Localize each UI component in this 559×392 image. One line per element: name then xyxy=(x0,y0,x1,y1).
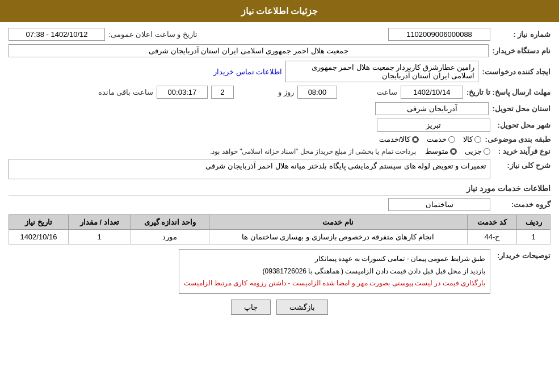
creator-row: ایجاد کننده درخواست: رامین عطارشرق کاربر… xyxy=(9,61,550,82)
col-header-1: کد خدمت xyxy=(467,215,517,230)
buyer-desc-field: طبق شرایط عمومی پیمان - تمامی کسورات به … xyxy=(179,249,490,294)
radio-motavasset-item: متوسط xyxy=(425,147,457,155)
days-label: روز و xyxy=(237,88,294,96)
page-wrapper: جزئیات اطلاعات نیاز شماره نیاز : 1102009… xyxy=(0,0,559,392)
remaining-time-field: 00:03:17 xyxy=(157,86,208,99)
table-cell-3: مورد xyxy=(131,230,209,245)
services-table: ردیف کد خدمت نام خدمت واحد اندازه گیری ت… xyxy=(9,214,550,245)
table-cell-0: 1 xyxy=(517,230,550,245)
table-header-row: ردیف کد خدمت نام خدمت واحد اندازه گیری ت… xyxy=(9,215,550,230)
need-desc-label: شرح کلی نیاز: xyxy=(494,159,550,170)
col-header-4: تعداد / مقدار xyxy=(68,215,131,230)
buyer-desc-label: توصیحات خریدار: xyxy=(494,249,550,260)
service-group-row: گروه خدمت: ساختمان xyxy=(9,198,550,211)
purchase-note: پرداخت تمام یا بخشی از مبلغ خریداز محل "… xyxy=(210,147,416,155)
creator-link[interactable]: اطلاعات تماس خریدار xyxy=(213,68,282,76)
radio-kala-khedmat-circle xyxy=(412,136,419,143)
creator-label: ایجاد کننده درخواست: xyxy=(482,68,550,76)
radio-kala-circle xyxy=(474,136,481,143)
send-date-label: مهلت ارسال پاسخ: تا تاریخ: xyxy=(466,88,550,96)
category-label: طبقه بندی موضوعی: xyxy=(485,135,550,144)
buyer-desc-line2: بازدید از محل قبل قبل دادن قیمت دادن الز… xyxy=(184,265,485,278)
service-group-value: ساختمان xyxy=(426,200,453,209)
table-cell-5: 1402/10/16 xyxy=(9,230,69,245)
radio-motavasset-label: متوسط xyxy=(425,147,448,155)
creator-field: رامین عطارشرق کاربردار جمعیت هلال احمر ج… xyxy=(285,61,478,82)
category-row: طبقه بندی موضوعی: کالا خدمت کالا/خدمت xyxy=(9,135,550,144)
table-row: 1ح-44انجام کارهای متفرقه درخصوص بازسازی … xyxy=(9,230,550,245)
back-button[interactable]: بازگشت xyxy=(276,300,328,315)
header-title: جزئیات اطلاعات نیاز xyxy=(241,6,318,16)
buttons-row: بازگشت چاپ xyxy=(9,300,550,315)
province-field: آذربایجان شرقی xyxy=(375,102,489,115)
need-number-value: 1102009006000088 xyxy=(406,30,472,39)
time-field: 08:00 xyxy=(297,86,337,99)
remaining-time-value: 00:03:17 xyxy=(168,88,197,96)
need-number-field: 1102009006000088 xyxy=(388,28,490,41)
date-field: 1402/10/14 xyxy=(401,86,463,99)
need-desc-value: تعمیرات و تعویض لوله های سیستم گرمایشی پ… xyxy=(205,162,486,170)
table-cell-2: انجام کارهای متفرقه درخصوص بازسازی و بهس… xyxy=(209,230,467,245)
remaining-label: ساعت باقی مانده xyxy=(96,88,153,96)
table-cell-1: ح-44 xyxy=(467,230,517,245)
page-header: جزئیات اطلاعات نیاز xyxy=(0,0,559,22)
days-value: 2 xyxy=(220,88,224,96)
print-button[interactable]: چاپ xyxy=(231,300,271,315)
radio-khedmat-circle xyxy=(448,136,455,143)
purchase-radio-group: جزیی متوسط xyxy=(425,147,490,155)
service-group-label: گروه خدمت: xyxy=(494,200,550,209)
radio-motavasset-circle xyxy=(450,148,457,155)
radio-kala-label: کالا xyxy=(463,135,473,144)
service-group-field: ساختمان xyxy=(388,198,490,211)
need-number-label: شماره نیاز : xyxy=(494,30,550,39)
buyer-org-field: جمعیت هلال احمر جمهوری اسلامی ایران استا… xyxy=(9,44,489,57)
buyer-desc-line3: بارگذاری قیمت در لیست پیوستی بصورت مهر و… xyxy=(184,277,485,290)
province-row: استان محل تحویل: آذربایجان شرقی xyxy=(9,102,550,115)
buyer-desc-row: توصیحات خریدار: طبق شرایط عمومی پیمان - … xyxy=(9,249,550,294)
need-number-row: شماره نیاز : 1102009006000088 تاریخ و سا… xyxy=(9,28,550,41)
table-cell-4: 1 xyxy=(68,230,131,245)
buyer-org-row: نام دستگاه خریدار: جمعیت هلال احمر جمهور… xyxy=(9,44,550,57)
send-date-row: مهلت ارسال پاسخ: تا تاریخ: 1402/10/14 سا… xyxy=(9,86,550,99)
time-value: 08:00 xyxy=(308,88,327,96)
time-label: ساعت xyxy=(341,88,397,96)
announce-field: 1402/10/12 - 07:38 xyxy=(9,28,105,41)
radio-jozi-item: جزیی xyxy=(465,147,490,155)
radio-khedmat-item: خدمت xyxy=(427,135,455,144)
purchase-row: نوع فرآیند خرید : جزیی متوسط پرداخت تمام… xyxy=(9,147,550,155)
announce-value: 1402/10/12 - 07:38 xyxy=(26,30,87,39)
province-value: آذربایجان شرقی xyxy=(407,104,457,113)
days-field: 2 xyxy=(211,86,234,99)
city-value: تبریز xyxy=(426,121,441,129)
announce-label: تاریخ و ساعت اعلان عمومی: xyxy=(108,30,197,39)
main-content: شماره نیاز : 1102009006000088 تاریخ و سا… xyxy=(0,22,559,326)
city-row: شهر محل تحویل: تبریز xyxy=(9,119,550,132)
divider1 xyxy=(9,195,550,196)
services-section-title: اطلاعات خدمات مورد نیاز xyxy=(9,184,550,193)
need-desc-row: شرح کلی نیاز: تعمیرات و تعویض لوله های س… xyxy=(9,159,550,179)
buyer-org-value: جمعیت هلال احمر جمهوری اسلامی ایران استا… xyxy=(149,47,348,55)
creator-value: رامین عطارشرق کاربردار جمعیت هلال احمر ج… xyxy=(289,63,474,80)
date-value: 1402/10/14 xyxy=(413,88,450,96)
radio-khedmat-label: خدمت xyxy=(427,135,447,144)
radio-kala-item: کالا xyxy=(463,135,481,144)
radio-kala-khedmat-label: کالا/خدمت xyxy=(379,135,411,144)
city-field: تبریز xyxy=(377,119,490,132)
need-desc-field: تعمیرات و تعویض لوله های سیستم گرمایشی پ… xyxy=(9,159,490,179)
province-label: استان محل تحویل: xyxy=(492,104,550,113)
category-radio-group: کالا خدمت کالا/خدمت xyxy=(379,135,482,144)
col-header-3: واحد اندازه گیری xyxy=(131,215,209,230)
city-label: شهر محل تحویل: xyxy=(494,121,550,129)
col-header-2: نام خدمت xyxy=(209,215,467,230)
buyer-org-label: نام دستگاه خریدار: xyxy=(492,47,550,55)
radio-jozi-label: جزیی xyxy=(465,147,482,155)
purchase-label: نوع فرآیند خرید : xyxy=(494,147,550,155)
col-header-0: ردیف xyxy=(517,215,550,230)
col-header-5: تاریخ نیاز xyxy=(9,215,69,230)
radio-kala-khedmat-item: کالا/خدمت xyxy=(379,135,419,144)
radio-jozi-circle xyxy=(484,148,490,155)
buyer-desc-line1: طبق شرایط عمومی پیمان - تمامی کسورات به … xyxy=(184,253,485,265)
